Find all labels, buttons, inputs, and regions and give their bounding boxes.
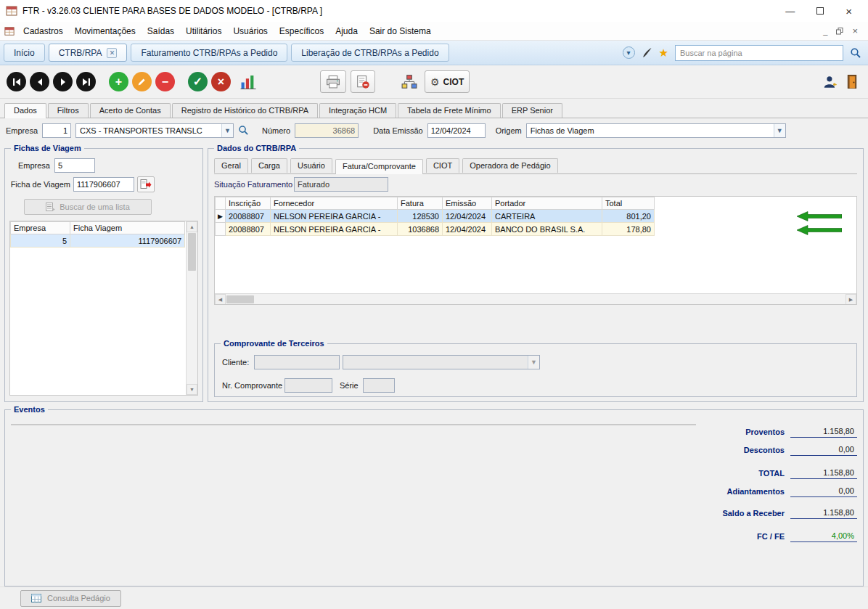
mdi-close-button[interactable]: × <box>852 25 858 36</box>
chart-icon[interactable] <box>240 75 256 89</box>
cell[interactable]: CARTEIRA <box>492 210 602 223</box>
column-header[interactable]: Inscrição <box>226 197 271 210</box>
scroll-down-icon[interactable]: ▼ <box>684 424 695 425</box>
column-header[interactable]: Usuário <box>557 425 613 426</box>
add-record-button[interactable]: + <box>109 72 128 91</box>
menu-item-cadastros[interactable]: Cadastros <box>17 23 69 39</box>
hierarchy-icon[interactable] <box>401 75 417 89</box>
user-permissions-icon[interactable] <box>823 75 837 89</box>
scrollbar-thumb[interactable] <box>226 295 254 303</box>
mdi-minimize-button[interactable]: _ <box>823 27 827 36</box>
scroll-up-icon[interactable]: ▲ <box>684 425 695 425</box>
cell[interactable]: 12/04/2024 <box>443 223 492 236</box>
table-row[interactable]: 20088807NELSON PEREIRA GARCIA -103686812… <box>216 223 655 236</box>
tab-integracao-hcm[interactable]: Integração HCM <box>319 103 396 118</box>
exit-door-icon[interactable] <box>847 75 857 89</box>
column-header[interactable]: Inclusão <box>445 425 510 426</box>
menu-item-usuarios[interactable]: Usuários <box>227 23 273 39</box>
column-header[interactable]: Tipo <box>202 425 268 426</box>
cell[interactable]: 5 <box>11 234 70 248</box>
empresa-combo[interactable]: CXS - TRANSPORTES TRANSLC ▼ <box>75 123 234 138</box>
data-emissao-field[interactable] <box>427 123 486 138</box>
favorites-star-icon[interactable]: ★ <box>659 46 668 60</box>
consulta-pedagio-button[interactable]: Consulta Pedágio <box>20 590 121 607</box>
tab-ciot[interactable]: CIOT <box>426 158 459 173</box>
quill-icon[interactable] <box>642 47 652 58</box>
tab-filtros[interactable]: Filtros <box>48 103 89 118</box>
column-header[interactable]: Empresa <box>11 222 70 234</box>
tab-liberacao[interactable]: Liberação de CTRB/RPAs a Pedido <box>291 44 449 62</box>
tab-dados[interactable]: Dados <box>4 103 46 118</box>
column-header[interactable]: Descrição <box>72 425 202 426</box>
column-header[interactable]: Total <box>602 197 655 210</box>
menu-item-sair[interactable]: Sair do Sistema <box>364 23 437 39</box>
column-header[interactable]: Valor <box>268 425 320 426</box>
tab-geral[interactable]: Geral <box>214 158 248 173</box>
scroll-up-icon[interactable]: ▲ <box>187 221 197 232</box>
maximize-button[interactable] <box>816 7 824 15</box>
tab-inicio[interactable]: Início <box>4 44 45 62</box>
origem-combo[interactable]: Fichas de Viagem ▼ <box>526 123 786 138</box>
delete-record-button[interactable]: − <box>155 72 175 91</box>
tab-carga[interactable]: Carga <box>251 158 287 173</box>
export-ficha-icon[interactable] <box>137 176 155 192</box>
next-record-button[interactable] <box>53 72 73 91</box>
cell[interactable]: 128530 <box>398 210 443 223</box>
buscar-de-uma-lista-button[interactable]: Buscar de uma lista <box>24 199 152 215</box>
cell[interactable]: NELSON PEREIRA GARCIA - <box>271 210 398 223</box>
cell[interactable]: 1117906607 <box>70 234 185 248</box>
cell[interactable]: 801,20 <box>602 210 655 223</box>
last-record-button[interactable] <box>76 72 96 91</box>
scroll-right-icon[interactable]: ▶ <box>673 424 684 425</box>
table-row[interactable]: 51117906607 <box>11 234 185 248</box>
fatura-horizontal-scrollbar[interactable]: ◀ ▶ <box>215 293 856 304</box>
tab-fatura-comprovante[interactable]: Fatura/Comprovante <box>335 159 423 174</box>
cell[interactable]: 178,80 <box>602 223 655 236</box>
tab-faturamento[interactable]: Faturamento CTRB/RPAs a Pedido <box>131 44 287 62</box>
column-header[interactable]: Evento <box>22 425 72 426</box>
tab-erp-senior[interactable]: ERP Senior <box>502 103 562 118</box>
tab-close-icon[interactable]: ✕ <box>107 48 117 58</box>
cancel-button[interactable]: × <box>211 72 231 91</box>
cliente-combo[interactable]: ▼ <box>343 355 540 369</box>
menu-item-especificos[interactable]: Específicos <box>274 23 329 39</box>
menu-item-utilitarios[interactable]: Utilitários <box>180 23 227 39</box>
ciot-button[interactable]: ⚙ CIOT <box>425 70 470 93</box>
cell[interactable]: 1036868 <box>398 223 443 236</box>
menu-item-movimentacoes[interactable]: Movimentações <box>69 23 142 39</box>
column-header[interactable]: Emissão <box>443 197 492 210</box>
fichas-empresa-field[interactable] <box>54 158 95 173</box>
scroll-right-icon[interactable]: ▶ <box>846 294 856 305</box>
scroll-down-icon[interactable]: ▼ <box>187 384 197 395</box>
empresa-code-field[interactable] <box>42 123 71 138</box>
cell[interactable]: NELSON PEREIRA GARCIA - <box>271 223 398 236</box>
column-header[interactable]: Ficha Viagem <box>70 222 185 234</box>
tab-list-icon[interactable]: ▾ <box>623 46 635 59</box>
print-button[interactable] <box>320 70 346 93</box>
tab-acerto-de-contas[interactable]: Acerto de Contas <box>90 103 171 118</box>
column-header[interactable]: Portador <box>492 197 602 210</box>
close-button[interactable]: × <box>846 5 852 17</box>
previous-record-button[interactable] <box>30 72 49 91</box>
scroll-left-icon[interactable]: ◀ <box>215 294 226 305</box>
tab-ctrb-rpa[interactable]: CTRB/RPA ✕ <box>49 44 128 62</box>
column-header[interactable]: Fornecedor <box>271 197 398 210</box>
menu-item-saidas[interactable]: Saídas <box>142 23 180 39</box>
tab-registro-historico[interactable]: Registro de Histórico do CTRB/RPA <box>172 103 318 118</box>
ficha-de-viagem-field[interactable] <box>73 177 134 192</box>
column-header[interactable]: Fatura <box>398 197 443 210</box>
first-record-button[interactable] <box>7 72 26 91</box>
menu-item-ajuda[interactable]: Ajuda <box>329 23 364 39</box>
cell[interactable]: 20088807 <box>226 223 271 236</box>
edit-record-button[interactable] <box>132 72 152 91</box>
cell[interactable]: 12/04/2024 <box>443 210 492 223</box>
column-header[interactable]: Data Receb. <box>382 425 445 426</box>
report-cancel-icon[interactable] <box>351 70 375 93</box>
cell[interactable]: BANCO DO BRASIL S.A. <box>492 223 602 236</box>
minimize-button[interactable]: — <box>785 6 795 17</box>
empresa-search-icon[interactable] <box>238 125 249 136</box>
cell[interactable]: 20088807 <box>226 210 271 223</box>
mdi-restore-button[interactable] <box>836 28 843 35</box>
table-row[interactable]: ▶20088807NELSON PEREIRA GARCIA -12853012… <box>216 210 655 223</box>
search-icon[interactable] <box>850 47 861 59</box>
